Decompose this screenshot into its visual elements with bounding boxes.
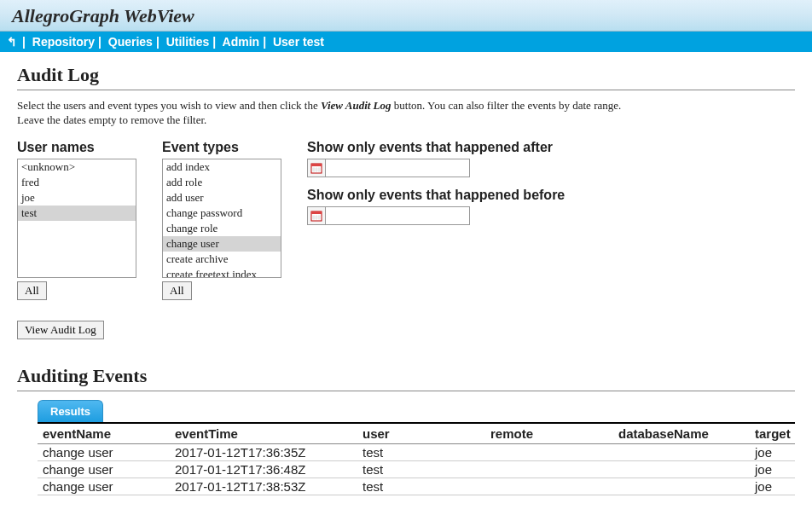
col-user: user [357, 423, 485, 444]
col-target: target [750, 423, 795, 444]
cell-eventtime: 2017-01-12T17:36:35Z [170, 443, 357, 460]
tab-results[interactable]: Results [38, 400, 103, 422]
nav-bar: ↰| Repository| Queries| Utilities| Admin… [0, 32, 812, 52]
cell-remote [485, 478, 613, 495]
before-input[interactable] [325, 206, 470, 225]
eventtypes-select[interactable]: add indexadd roleadd userchange password… [162, 159, 281, 278]
usernames-select[interactable]: <unknown>fredjoetest [17, 159, 136, 278]
divider [17, 90, 795, 90]
svg-rect-1 [311, 164, 322, 166]
cell-eventtime: 2017-01-12T17:38:53Z [170, 478, 357, 495]
intro-text: Select the users and event types you wis… [17, 99, 631, 128]
usernames-all-button[interactable]: All [17, 281, 47, 300]
cell-remote [485, 443, 613, 460]
divider [17, 391, 795, 391]
eventtype-option[interactable]: change password [163, 206, 281, 221]
results-tabs: Results [38, 400, 795, 422]
calendar-icon[interactable] [307, 206, 326, 225]
view-audit-log-button[interactable]: View Audit Log [17, 321, 104, 339]
cell-eventname: change user [38, 478, 170, 495]
table-row: change user2017-01-12T17:38:53Ztestjoe [38, 478, 795, 495]
username-option[interactable]: joe [18, 190, 136, 206]
nav-user[interactable]: User test [273, 35, 324, 49]
page-title: Audit Log [17, 64, 795, 86]
cell-databasename [613, 478, 750, 495]
cell-user: test [357, 460, 485, 478]
before-label: Show only events that happened before [307, 188, 795, 203]
cell-target: joe [750, 460, 795, 478]
col-eventtime: eventTime [170, 423, 357, 444]
table-row: change user2017-01-12T17:36:48Ztestjoe [38, 460, 795, 478]
cell-eventtime: 2017-01-12T17:36:48Z [170, 460, 357, 478]
cell-target: joe [750, 443, 795, 460]
calendar-icon[interactable] [307, 159, 326, 177]
eventtype-option[interactable]: create archive [163, 252, 281, 267]
username-option[interactable]: fred [18, 175, 136, 190]
username-option[interactable]: test [18, 206, 136, 221]
results-table: eventName eventTime user remote database… [38, 422, 795, 495]
svg-rect-8 [311, 211, 322, 214]
eventtypes-label: Event types [162, 140, 281, 155]
usernames-label: User names [17, 140, 136, 155]
col-eventname: eventName [38, 423, 170, 444]
eventtype-option[interactable]: create freetext index [163, 267, 281, 278]
date-filters: Show only events that happened after Sho [307, 140, 795, 235]
eventtype-option[interactable]: add role [163, 175, 281, 190]
cell-target: joe [750, 478, 795, 495]
table-row: change user2017-01-12T17:36:35Ztestjoe [38, 443, 795, 460]
cell-user: test [357, 443, 485, 460]
after-label: Show only events that happened after [307, 140, 795, 155]
app-header: AllegroGraph WebView [0, 0, 812, 32]
eventtype-option[interactable]: change user [163, 236, 281, 252]
eventtype-option[interactable]: change role [163, 221, 281, 236]
table-header-row: eventName eventTime user remote database… [38, 423, 795, 444]
nav-queries[interactable]: Queries [108, 35, 153, 49]
app-title: AllegroGraph WebView [12, 5, 800, 27]
auditing-title: Auditing Events [17, 365, 795, 387]
nav-utilities[interactable]: Utilities [166, 35, 210, 49]
cell-databasename [613, 443, 750, 460]
after-input[interactable] [325, 159, 470, 177]
cell-eventname: change user [38, 460, 170, 478]
eventtype-option[interactable]: add user [163, 190, 281, 206]
cell-eventname: change user [38, 443, 170, 460]
nav-admin[interactable]: Admin [223, 35, 260, 49]
eventtypes-all-button[interactable]: All [162, 281, 192, 300]
username-option[interactable]: <unknown> [18, 159, 136, 175]
col-databasename: databaseName [613, 423, 750, 444]
usernames-filter: User names <unknown>fredjoetest All [17, 140, 136, 300]
cell-databasename [613, 460, 750, 478]
cell-user: test [357, 478, 485, 495]
col-remote: remote [485, 423, 613, 444]
back-icon[interactable]: ↰ [7, 35, 17, 49]
eventtype-option[interactable]: add index [163, 159, 281, 175]
nav-repository[interactable]: Repository [32, 35, 95, 49]
eventtypes-filter: Event types add indexadd roleadd usercha… [162, 140, 281, 300]
cell-remote [485, 460, 613, 478]
